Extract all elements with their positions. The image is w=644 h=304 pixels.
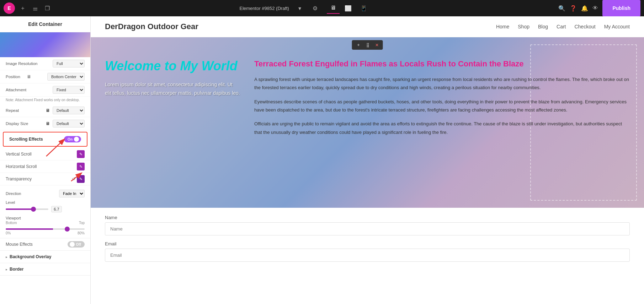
notifications-icon[interactable]: 🔔 [581, 5, 588, 12]
display-size-row: Display Size 🖥 Default [0, 117, 90, 130]
toggle-off-label: Off [76, 243, 81, 246]
border-header[interactable]: ▸ Border [0, 263, 90, 276]
repeat-row: Repeat 🖥 Default [0, 104, 90, 117]
add-icon[interactable]: ＋ [18, 2, 28, 14]
direction-row: Direction Fade In [6, 188, 85, 199]
direction-label: Direction [6, 191, 56, 196]
direction-select[interactable]: Fade In [59, 190, 85, 197]
viewport-top-label: Top [79, 221, 85, 225]
level-value: 6.7 [51, 206, 62, 212]
image-resolution-select[interactable]: Full [53, 60, 85, 67]
hero-left: Welcome to My World Lorem ipsum dolor si… [105, 59, 240, 142]
background-overlay-chevron-icon: ▸ [6, 255, 7, 259]
attachment-row: Attachment Fixed [0, 83, 90, 97]
vertical-scroll-edit-icon[interactable]: ✎ [77, 150, 85, 158]
preview-thumbnail [0, 32, 90, 57]
horizontal-scroll-label: Horizontal Scroll [6, 164, 77, 169]
level-row: Level 6.7 [6, 199, 85, 214]
border-chevron-icon: ▸ [6, 267, 7, 271]
repeat-label: Repeat [6, 108, 43, 113]
tablet-btn[interactable]: ⬜ [341, 2, 355, 14]
name-label: Name [105, 215, 630, 220]
panel-header: Edit Container [0, 16, 90, 32]
viewport-min-label: 0% [6, 231, 11, 235]
hero-section: ＋ ⣿ ✕ Welcome to My World Lorem ipsum do… [91, 37, 644, 208]
top-bar-center: Elementor #9852 (Draft) ▾ ⚙ 🖥 ⬜ 📱 [55, 2, 555, 14]
article-paragraph-2: Eyewitnesses describe scenes of chaos as… [254, 98, 630, 114]
repeat-select[interactable]: Default [53, 107, 85, 114]
horizontal-scroll-edit-icon[interactable]: ✎ [77, 163, 85, 170]
nav-blog[interactable]: Blog [538, 24, 548, 29]
nav-my-account[interactable]: My Account [604, 24, 630, 29]
position-select[interactable]: Bottom Center [47, 73, 85, 81]
display-size-select[interactable]: Default [53, 120, 85, 127]
viewport-label: Viewport [6, 216, 85, 220]
scrolling-effects-label: Scrolling Effects [9, 137, 64, 142]
position-row: Position 🖥 Bottom Center [0, 70, 90, 83]
viewport-row: Viewport Bottom Top 0% 80% [6, 216, 85, 235]
vertical-scroll-row: Vertical Scroll ✎ [0, 148, 90, 161]
nav-checkout[interactable]: Checkout [574, 24, 595, 29]
background-overlay-header[interactable]: ▸ Background Overlay [0, 251, 90, 263]
add-element-btn[interactable]: ＋ [354, 41, 363, 49]
edit-toolbar: ＋ ⣿ ✕ [352, 40, 383, 50]
attachment-note: Note: Attachment Fixed works only on des… [0, 97, 90, 104]
transparency-reset-icon[interactable]: ↺ [70, 176, 77, 182]
position-monitor-icon: 🖥 [27, 74, 45, 79]
form-section: Name Email [91, 208, 644, 275]
scrolling-effects-toggle[interactable]: On [64, 136, 81, 142]
settings-icon[interactable]: ⚙ [310, 3, 320, 14]
transparency-label: Transparency [6, 177, 70, 181]
site-nav: Home Shop Blog Cart Checkout My Account [496, 24, 630, 29]
close-btn[interactable]: ✕ [373, 41, 381, 49]
hero-title: Welcome to My World [105, 59, 240, 74]
nav-home[interactable]: Home [496, 24, 509, 29]
email-input[interactable] [105, 249, 630, 262]
mouse-effects-toggle[interactable]: Off [68, 241, 85, 248]
mobile-btn[interactable]: 📱 [357, 2, 371, 14]
display-size-monitor-icon: 🖥 [46, 121, 50, 126]
layers-icon[interactable]: ❐ [43, 3, 52, 14]
site-logo: DerDragon Outdoor Gear [105, 22, 496, 31]
search-icon[interactable]: 🔍 [558, 5, 565, 12]
desktop-btn[interactable]: 🖥 [327, 2, 340, 14]
toggle-on-label: On [68, 137, 73, 141]
publish-button[interactable]: Publish [602, 0, 640, 16]
move-btn[interactable]: ⣿ [364, 41, 372, 49]
main-layout: Edit Container Image Resolution Full Pos… [0, 16, 644, 304]
horizontal-scroll-row: Horizontal Scroll ✎ [0, 161, 90, 173]
nav-shop[interactable]: Shop [518, 24, 529, 29]
viewport-slider[interactable] [6, 228, 85, 230]
display-size-label: Display Size [6, 121, 43, 126]
toggle-dot [74, 137, 79, 142]
help-icon[interactable]: ❓ [570, 5, 577, 12]
viewport-minmax: Bottom Top [6, 221, 85, 225]
percent-labels: 0% 80% [6, 231, 85, 235]
toggle-off-dot [70, 242, 75, 247]
nav-cart[interactable]: Cart [557, 24, 566, 29]
history-icon[interactable]: ⚌ [31, 3, 40, 14]
name-form-group: Name [105, 215, 630, 235]
level-slider-container: 6.7 [6, 206, 85, 212]
eye-icon[interactable]: 👁 [592, 5, 598, 11]
viewport-max-label: 80% [78, 231, 85, 235]
email-label: Email [105, 241, 630, 246]
email-form-group: Email [105, 241, 630, 262]
border-label: Border [10, 267, 85, 272]
canvas-inner: DerDragon Outdoor Gear Home Shop Blog Ca… [91, 16, 644, 304]
viewport-bottom-label: Bottom [6, 221, 17, 225]
name-input[interactable] [105, 222, 630, 235]
left-panel: Edit Container Image Resolution Full Pos… [0, 16, 91, 304]
attachment-select[interactable]: Fixed [53, 86, 85, 94]
top-bar-right: 🔍 ❓ 🔔 👁 Publish [558, 0, 640, 16]
hero-body-text: Lorem ipsum dolor sit amet, consectetur … [105, 81, 240, 98]
hero-content: Welcome to My World Lorem ipsum dolor si… [91, 37, 644, 156]
transparency-edit-icon[interactable]: ✎ [77, 175, 85, 183]
background-overlay-label: Background Overlay [10, 254, 85, 259]
scrolling-effects-row: Scrolling Effects On [3, 132, 87, 147]
elementor-logo[interactable]: E [4, 2, 15, 14]
draft-chevron-icon[interactable]: ▾ [296, 3, 303, 14]
level-slider[interactable] [6, 208, 48, 210]
transparency-row: Transparency ↺ ✎ [0, 173, 90, 185]
vertical-scroll-label: Vertical Scroll [6, 152, 77, 157]
